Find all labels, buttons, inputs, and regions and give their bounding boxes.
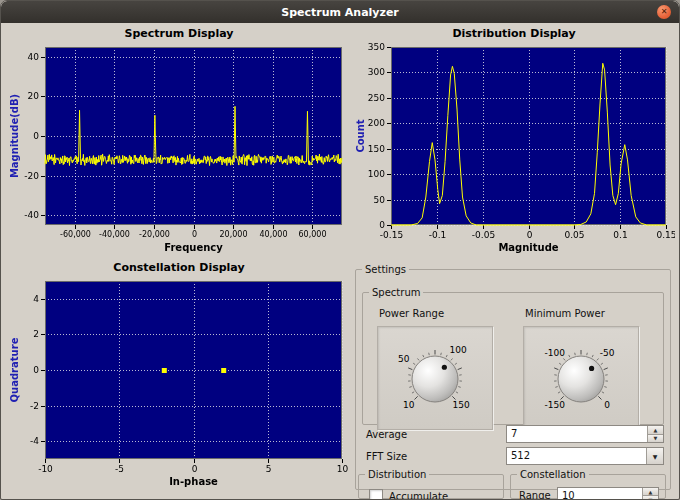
average-spinbox[interactable]: 7 ▲ ▼ [506, 425, 664, 443]
spin-up-icon: ▲ [649, 489, 653, 495]
fft-size-label: FFT Size [366, 451, 407, 462]
distribution-settings-legend: Distribution [365, 469, 429, 480]
spectrum-analyzer-window: Spectrum Analyzer ✕ Spectrum Display Dis… [0, 0, 680, 500]
spectrum-settings-legend: Spectrum [369, 287, 423, 298]
spectrum-plot[interactable] [7, 41, 351, 255]
svg-text:50: 50 [398, 354, 410, 364]
distribution-settings-group: Distribution Accumulate [358, 469, 504, 499]
power-range-knob[interactable]: 1050100150 [378, 327, 492, 429]
constellation-settings-group: Constellation Range 10 ▲ ▼ [510, 469, 666, 499]
svg-text:10: 10 [403, 400, 415, 410]
settings-legend: Settings [362, 264, 409, 275]
accumulate-checkbox[interactable] [369, 489, 383, 500]
spectrum-display-panel: Spectrum Display [7, 26, 351, 255]
spin-down-icon: ▼ [654, 435, 658, 441]
accumulate-label: Accumulate [389, 491, 448, 500]
svg-text:100: 100 [449, 345, 466, 355]
spectrum-display-title: Spectrum Display [7, 26, 351, 41]
distribution-display-title: Distribution Display [353, 26, 675, 41]
svg-text:0: 0 [604, 400, 610, 410]
constellation-plot[interactable] [7, 275, 351, 489]
minimum-power-knob-frame: -150-100-500 [523, 326, 639, 430]
average-spin-down-button[interactable]: ▼ [648, 434, 663, 443]
window-title: Spectrum Analyzer [281, 6, 399, 19]
dropdown-arrow-icon: ▼ [653, 453, 658, 460]
titlebar[interactable]: Spectrum Analyzer ✕ [1, 1, 679, 23]
fft-size-combobox[interactable]: 512 ▼ [506, 447, 664, 465]
spin-up-icon: ▲ [654, 427, 658, 433]
svg-text:-50: -50 [600, 348, 615, 358]
distribution-display-panel: Distribution Display [353, 26, 675, 255]
svg-text:-150: -150 [545, 400, 566, 410]
constellation-display-title: Constellation Display [7, 260, 351, 275]
range-spin-buttons: ▲ ▼ [642, 488, 658, 500]
settings-group: Settings Spectrum Power Range Minimum Po… [355, 264, 671, 490]
minimum-power-knob[interactable]: -150-100-500 [524, 327, 638, 429]
svg-text:-100: -100 [545, 348, 566, 358]
spin-down-icon: ▼ [649, 497, 653, 500]
fft-size-value[interactable]: 512 [507, 448, 646, 464]
power-range-knob-frame: 1050100150 [377, 326, 493, 430]
fft-size-dropdown-button[interactable]: ▼ [646, 448, 663, 464]
range-spin-down-button[interactable]: ▼ [643, 495, 658, 500]
range-spinbox[interactable]: 10 ▲ ▼ [557, 487, 659, 500]
accumulate-row[interactable]: Accumulate [369, 489, 448, 500]
average-spin-buttons: ▲ ▼ [647, 426, 663, 442]
svg-text:150: 150 [453, 400, 470, 410]
average-value[interactable]: 7 [507, 426, 647, 442]
average-spin-up-button[interactable]: ▲ [648, 426, 663, 434]
range-spin-up-button[interactable]: ▲ [643, 488, 658, 495]
power-range-label: Power Range [379, 308, 444, 319]
constellation-settings-legend: Constellation [517, 469, 589, 480]
close-icon: ✕ [661, 8, 668, 16]
close-button[interactable]: ✕ [657, 5, 671, 19]
range-value[interactable]: 10 [558, 488, 642, 500]
range-label: Range [519, 490, 551, 500]
distribution-plot[interactable] [353, 41, 675, 255]
spectrum-settings-group: Spectrum Power Range Minimum Power 10501… [362, 287, 664, 425]
constellation-display-panel: Constellation Display [7, 260, 351, 489]
average-label: Average [366, 429, 407, 440]
minimum-power-label: Minimum Power [525, 308, 605, 319]
